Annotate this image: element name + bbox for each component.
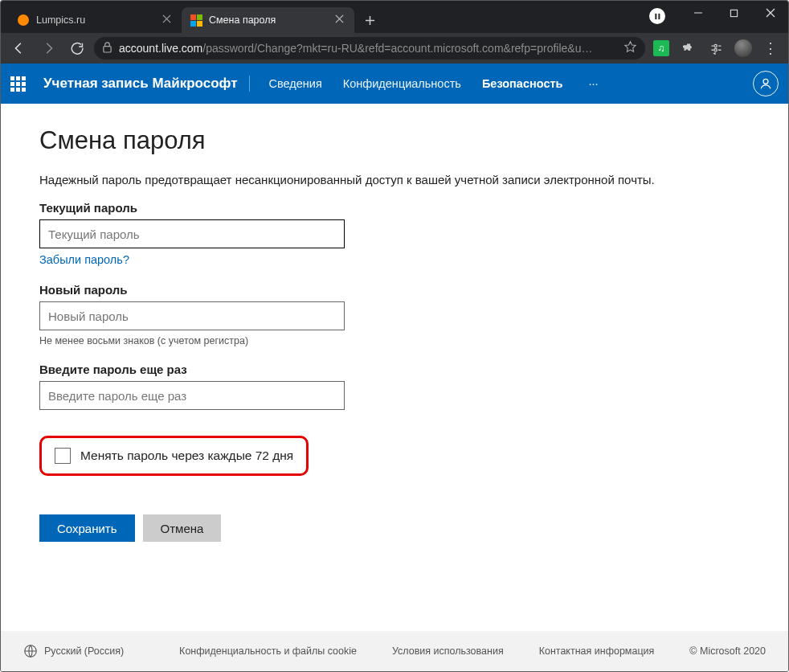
tab-title: Смена пароля (209, 14, 329, 26)
footer-contact-link[interactable]: Контактная информация (539, 645, 655, 657)
svg-rect-2 (730, 10, 737, 16)
rotate-password-label: Менять пароль через каждые 72 дня (80, 449, 293, 463)
language-selector[interactable]: Русский (Россия) (23, 644, 124, 658)
footer-privacy-link[interactable]: Конфиденциальность и файлы cookie (179, 645, 357, 657)
minimize-button[interactable] (680, 1, 716, 25)
tab-favicon-lumpics (17, 14, 30, 27)
browser-menu-button[interactable]: ⋮ (759, 37, 782, 59)
current-password-input[interactable] (39, 219, 345, 248)
close-window-button[interactable] (752, 1, 788, 25)
ms-header: Учетная запись Майкрософт Сведения Конфи… (1, 64, 788, 104)
footer-copyright: © Microsoft 2020 (689, 645, 766, 657)
current-password-group: Текущий пароль Забыли пароль? (39, 201, 750, 267)
bookmark-star-icon[interactable] (623, 40, 637, 57)
save-button[interactable]: Сохранить (39, 514, 135, 542)
extension-music-icon[interactable]: ♫ (650, 37, 672, 59)
close-icon[interactable] (335, 14, 346, 26)
page-content: Смена пароля Надежный пароль предотвраща… (1, 104, 788, 631)
password-hint: Не менее восьми знаков (с учетом регистр… (39, 335, 750, 346)
tab-change-password[interactable]: Смена пароля (182, 7, 354, 33)
footer-links: Конфиденциальность и файлы cookie Услови… (179, 645, 766, 657)
media-paused-icon[interactable] (649, 8, 665, 24)
new-password-group: Новый пароль Не менее восьми знаков (с у… (39, 283, 750, 346)
svg-point-4 (713, 44, 716, 47)
repeat-password-input[interactable] (39, 381, 345, 410)
page-description: Надежный пароль предотвращает несанкцион… (39, 173, 750, 186)
rotate-password-checkbox[interactable] (55, 448, 71, 464)
brand-title[interactable]: Учетная запись Майкрософт (43, 76, 250, 92)
svg-point-6 (763, 79, 768, 84)
page-footer: Русский (Россия) Конфиденциальность и фа… (1, 631, 788, 671)
app-launcher-icon[interactable] (10, 76, 26, 92)
reload-button[interactable] (65, 36, 89, 60)
new-tab-button[interactable] (359, 10, 380, 31)
form-actions: Сохранить Отмена (39, 514, 750, 542)
tab-title: Lumpics.ru (36, 14, 156, 26)
lock-icon (102, 41, 112, 56)
footer-terms-link[interactable]: Условия использования (392, 645, 504, 657)
url-text: account.live.com/password/Change?mkt=ru-… (119, 42, 617, 55)
new-password-input[interactable] (39, 301, 345, 330)
nav-privacy[interactable]: Конфиденциальность (343, 77, 461, 90)
account-icon[interactable] (753, 71, 779, 96)
svg-point-5 (713, 48, 716, 51)
globe-icon (23, 644, 38, 658)
maximize-button[interactable] (716, 1, 752, 25)
profile-avatar[interactable] (732, 37, 754, 59)
language-label: Русский (Россия) (44, 645, 124, 657)
highlighted-checkbox-area: Менять пароль через каждые 72 дня (39, 436, 309, 476)
forgot-password-link[interactable]: Забыли пароль? (39, 253, 129, 266)
close-icon[interactable] (162, 14, 174, 26)
svg-rect-3 (104, 46, 111, 51)
header-nav: Сведения Конфиденциальность Безопасность… (269, 77, 599, 90)
tab-lumpics[interactable]: Lumpics.ru (9, 7, 182, 33)
repeat-password-label: Введите пароль еще раз (39, 363, 750, 376)
svg-rect-1 (658, 13, 660, 18)
page-title: Смена пароля (39, 126, 750, 155)
url-field[interactable]: account.live.com/password/Change?mkt=ru-… (94, 37, 645, 59)
forward-button[interactable] (36, 36, 60, 60)
repeat-password-group: Введите пароль еще раз (39, 363, 750, 410)
browser-tabs: Lumpics.ru Смена пароля (1, 1, 385, 33)
svg-rect-0 (655, 13, 656, 18)
media-control-icon[interactable] (705, 37, 727, 59)
nav-more-icon[interactable]: ··· (588, 77, 598, 90)
browser-address-bar: account.live.com/password/Change?mkt=ru-… (1, 33, 788, 64)
window-controls (649, 1, 788, 33)
nav-info[interactable]: Сведения (269, 77, 322, 90)
current-password-label: Текущий пароль (39, 201, 750, 215)
cancel-button[interactable]: Отмена (143, 514, 222, 542)
back-button[interactable] (7, 36, 31, 60)
tab-favicon-microsoft (190, 14, 202, 27)
browser-titlebar: Lumpics.ru Смена пароля (1, 1, 788, 33)
new-password-label: Новый пароль (39, 283, 750, 297)
extensions-icon[interactable] (677, 37, 700, 59)
nav-security[interactable]: Безопасность (482, 77, 563, 90)
